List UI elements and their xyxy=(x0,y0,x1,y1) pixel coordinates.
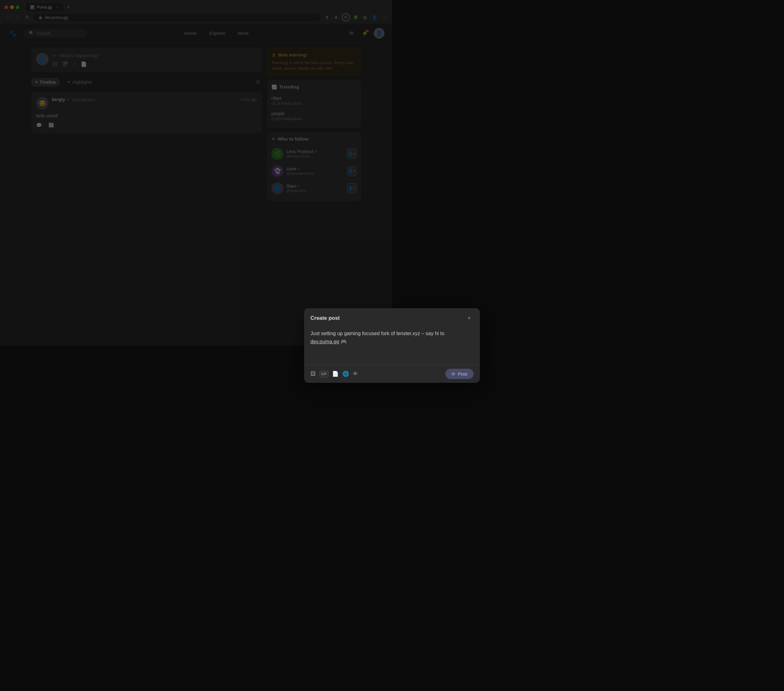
modal-body: Just setting up gaming focused fork of l… xyxy=(304,327,392,346)
post-text-suffix: 🎮 xyxy=(339,339,346,344)
modal-post-text[interactable]: Just setting up gaming focused fork of l… xyxy=(310,329,392,346)
post-text-prefix: Just setting up gaming focused fork of l… xyxy=(310,331,392,336)
modal-header: Create post × xyxy=(304,308,392,327)
post-text-link[interactable]: dev.puma.gg xyxy=(310,339,339,344)
modal-title: Create post xyxy=(310,315,340,321)
modal-overlay[interactable]: Create post × Just setting up gaming foc… xyxy=(0,0,392,346)
create-post-modal: Create post × Just setting up gaming foc… xyxy=(304,308,392,346)
